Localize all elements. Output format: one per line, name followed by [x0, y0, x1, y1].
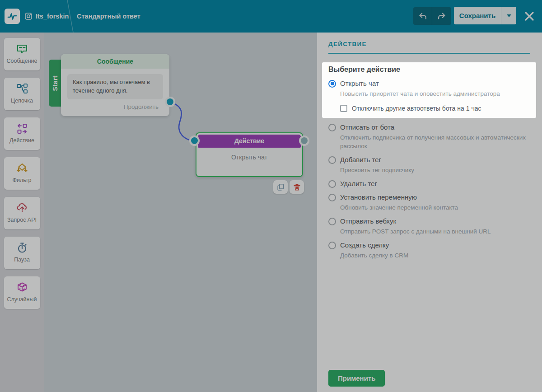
action-icon	[16, 123, 28, 135]
history-controls	[413, 7, 451, 25]
radio-unselected[interactable]	[328, 194, 336, 201]
input-connection-dot[interactable]	[191, 137, 198, 144]
sidebar-item-action[interactable]: Действие	[4, 117, 40, 150]
continue-link[interactable]: Продолжить	[61, 103, 159, 110]
flow-title: Стандартный ответ	[77, 0, 140, 33]
sidebar-item-chain[interactable]: Цепочка	[4, 78, 40, 110]
option-label[interactable]: Установить переменную	[340, 193, 417, 201]
action-option-set-variable: Установить переменную Обновить значение …	[328, 193, 530, 212]
sidebar-item-message[interactable]: Сообщение	[4, 38, 40, 70]
panel-title: ДЕЙСТВИЕ	[328, 41, 530, 47]
option-label[interactable]: Удалить тег	[340, 180, 377, 188]
radio-unselected[interactable]	[328, 156, 336, 164]
sidebar-item-label: Действие	[9, 137, 34, 144]
action-node-selected[interactable]: Действие Открыть чат	[196, 132, 303, 177]
option-description: Обновить значение переменной контакта	[340, 203, 530, 212]
action-option-add-tag: Добавить тег Присвоить тег подписчику	[328, 156, 530, 174]
message-node-text: Как правило, мы отвечаем в течение одног…	[67, 74, 163, 99]
radio-unselected[interactable]	[328, 180, 336, 188]
action-settings-panel: ДЕЙСТВИЕ Выберите действие Открыть чат П…	[317, 33, 542, 392]
action-option-remove-tag: Удалить тег	[328, 180, 530, 188]
disable-autoreplies-row[interactable]: Отключить другие автоответы бота на 1 ча…	[340, 105, 530, 112]
output-connection-dot[interactable]	[301, 137, 308, 144]
close-editor-button[interactable]	[523, 10, 536, 22]
app-logo[interactable]	[5, 9, 20, 24]
option-description: Отключить подписчика от получения массов…	[340, 133, 530, 150]
message-node-title: Сообщение	[61, 54, 169, 69]
option-description: Повысить приоритет чата и оповестить адм…	[340, 89, 530, 98]
panel-title-rule	[328, 53, 530, 54]
checkbox-unchecked[interactable]	[340, 105, 347, 112]
instagram-icon	[25, 13, 32, 20]
close-icon	[524, 11, 534, 21]
sidebar-item-label: Сообщение	[6, 58, 37, 64]
caret-down-icon	[507, 14, 511, 17]
duplicate-node-button[interactable]	[273, 180, 288, 194]
action-node-title: Действие	[198, 135, 301, 148]
option-description: Добавить сделку в CRM	[340, 251, 530, 260]
delete-node-button[interactable]	[290, 180, 304, 194]
top-header: Its_forskin Стандартный ответ Сохранить	[0, 0, 542, 33]
option-description: Отправить POST запрос с данными на внешн…	[340, 227, 530, 236]
save-button[interactable]: Сохранить	[454, 7, 516, 24]
pause-icon	[16, 242, 28, 254]
action-option-create-deal: Создать сделку Добавить сделку в CRM	[328, 241, 530, 260]
redo-button[interactable]	[432, 7, 451, 25]
node-toolbar	[273, 180, 304, 194]
sidebar-item-pause[interactable]: Пауза	[4, 237, 40, 269]
option-row[interactable]: Отправить вебхук	[328, 217, 530, 225]
message-node[interactable]: Сообщение Как правило, мы отвечаем в теч…	[61, 54, 169, 116]
flow-canvas[interactable]: Start Сообщение Как правило, мы отвечаем…	[44, 33, 317, 392]
radio-selected[interactable]	[328, 80, 336, 88]
action-option-send-webhook: Отправить вебхук Отправить POST запрос с…	[328, 217, 530, 236]
option-label[interactable]: Отписать от бота	[340, 123, 394, 131]
save-button-label: Сохранить	[454, 12, 501, 19]
option-row[interactable]: Открыть чат	[328, 79, 530, 88]
radio-unselected[interactable]	[328, 124, 336, 131]
start-tab[interactable]: Start	[49, 60, 61, 107]
option-row[interactable]: Установить переменную	[328, 193, 530, 201]
random-icon	[16, 282, 28, 294]
sidebar-item-label: Случайный	[7, 296, 37, 303]
filter-icon	[16, 163, 28, 174]
undo-icon	[418, 12, 428, 21]
option-description: Присвоить тег подписчику	[340, 166, 530, 174]
option-label[interactable]: Отправить вебхук	[340, 217, 396, 225]
breadcrumb-divider	[66, 0, 75, 33]
sidebar-item-api-request[interactable]: Запрос API	[4, 197, 40, 229]
option-label[interactable]: Добавить тег	[340, 156, 381, 164]
radio-unselected[interactable]	[328, 242, 336, 249]
radio-unselected[interactable]	[328, 218, 336, 225]
option-label[interactable]: Открыть чат	[340, 79, 379, 88]
sidebar-item-random[interactable]: Случайный	[4, 276, 40, 309]
option-row[interactable]: Добавить тег	[328, 156, 530, 164]
option-row[interactable]: Создать сделку	[328, 241, 530, 249]
pulse-logo-icon	[7, 11, 18, 22]
account-name: Its_forskin	[36, 13, 69, 20]
copy-icon	[276, 183, 285, 191]
action-option-unsubscribe: Отписать от бота Отключить подписчика от…	[328, 123, 530, 150]
save-dropdown-toggle[interactable]	[501, 7, 516, 24]
option-label[interactable]: Создать сделку	[340, 241, 389, 249]
highlighted-choose-action-section: Выберите действие Открыть чат Повысить п…	[322, 62, 536, 118]
option-row[interactable]: Удалить тег	[328, 180, 530, 188]
api-icon	[16, 202, 28, 214]
sidebar-item-label: Запрос API	[7, 217, 37, 223]
output-connection-dot[interactable]	[167, 98, 173, 105]
message-icon	[16, 43, 28, 55]
trash-icon	[293, 183, 301, 191]
sidebar-item-filter[interactable]: Фильтр	[4, 157, 40, 190]
redo-icon	[437, 12, 447, 21]
option-row[interactable]: Отписать от бота	[328, 123, 530, 131]
undo-button[interactable]	[413, 7, 432, 25]
action-node-text: Открыть чат	[196, 154, 302, 161]
checkbox-label[interactable]: Отключить другие автоответы бота на 1 ча…	[352, 105, 481, 112]
apply-button[interactable]: Применить	[328, 370, 385, 387]
sidebar-item-label: Фильтр	[13, 177, 32, 183]
node-palette: Сообщение Цепочка Действие Фильтр	[0, 33, 44, 392]
sidebar-item-label: Пауза	[14, 257, 30, 263]
chain-icon	[16, 83, 28, 95]
account-breadcrumb: Its_forskin	[25, 0, 69, 33]
start-tab-label: Start	[51, 75, 59, 91]
section-heading: Выберите действие	[328, 65, 530, 74]
